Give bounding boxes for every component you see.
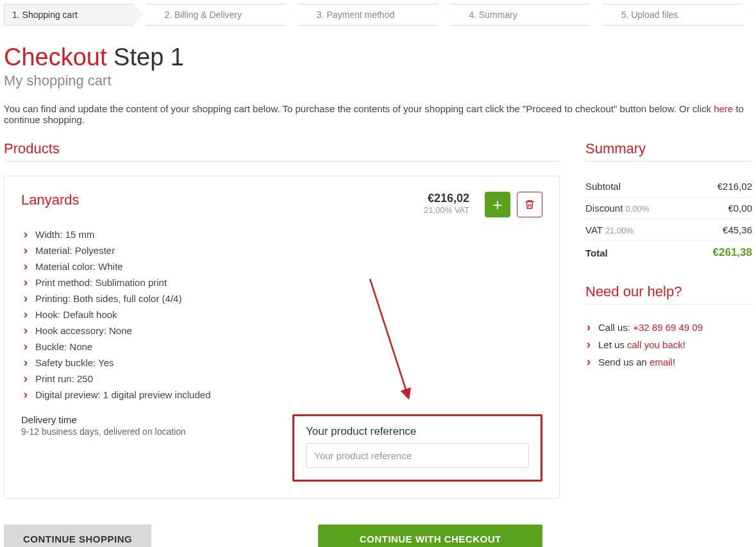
spec-item: Print method: Sublimation print xyxy=(21,274,542,290)
vat-note: 21,00% xyxy=(605,226,634,235)
continue-shopping-button[interactable]: CONTINUE SHOPPING xyxy=(4,525,151,547)
spec-item: Width: 15 mm xyxy=(21,226,542,242)
continue-checkout-button[interactable]: CONTINUE WITH CHECKOUT xyxy=(318,525,542,547)
product-vat-note: 21,00% VAT xyxy=(424,205,469,215)
discount-note: 0,00% xyxy=(626,204,650,214)
checkout-stepper: 1. Shopping cart 2. Billing & Delivery 3… xyxy=(4,4,752,26)
step-shopping-cart[interactable]: 1. Shopping cart xyxy=(4,4,143,26)
help-email-prefix: Send us an xyxy=(598,357,650,367)
help-callback-link[interactable]: call you back xyxy=(627,339,683,350)
products-heading: Products xyxy=(4,140,560,162)
step-billing-delivery[interactable]: 2. Billing & Delivery xyxy=(146,4,295,26)
summary-row-discount: Discount 0,00% €0,00 xyxy=(585,198,752,219)
help-email-suffix: ! xyxy=(673,357,675,367)
summary-heading: Summary xyxy=(585,140,752,162)
help-item-call: Call us: +32 89 69 49 09 xyxy=(585,319,752,336)
spec-item: Material: Polyester xyxy=(21,242,542,258)
continue-shopping-link[interactable]: here xyxy=(714,103,733,114)
help-heading: Need our help? xyxy=(585,283,752,305)
product-reference-label: Your product reference xyxy=(306,425,529,438)
spec-item: Printing: Both sides, full color (4/4) xyxy=(21,290,542,307)
help-email-link[interactable]: email xyxy=(650,357,673,367)
spec-item: Buckle: None xyxy=(21,339,542,355)
discount-label: Discount xyxy=(585,203,623,214)
intro-text: You can find and update the content of y… xyxy=(4,103,752,125)
add-quantity-button[interactable]: + xyxy=(485,192,510,217)
product-reference-block: Your product reference xyxy=(292,414,542,482)
page-title-accent: Checkout xyxy=(4,44,107,71)
spec-item: Hook accessory: None xyxy=(21,323,542,339)
spec-item: Safety buckle: Yes xyxy=(21,355,542,371)
summary-table: Subtotal €216,02 Discount 0,00% €0,00 VA… xyxy=(585,176,752,264)
product-card: Lanyards €216,02 21,00% VAT + xyxy=(4,176,560,499)
total-label: Total xyxy=(585,241,689,265)
page-title-rest: Step 1 xyxy=(107,44,184,71)
delivery-time-label: Delivery time xyxy=(21,414,280,425)
spec-item: Hook: Default hook xyxy=(21,307,542,323)
summary-row-vat: VAT 21,00% €45,36 xyxy=(585,219,752,241)
plus-icon: + xyxy=(492,196,502,213)
vat-label: VAT xyxy=(585,224,603,235)
spec-item: Print run: 250 xyxy=(21,371,542,387)
help-item-email: Send us an email! xyxy=(585,353,752,371)
step-payment-method[interactable]: 3. Payment method xyxy=(298,4,448,26)
help-list: Call us: +32 89 69 49 09 Let us call you… xyxy=(585,319,752,371)
delivery-time-value: 9-12 business days, delivered on locatio… xyxy=(21,426,280,437)
product-specs: Width: 15 mm Material: Polyester Materia… xyxy=(21,226,542,403)
total-value: €261,38 xyxy=(689,241,752,265)
vat-value: €45,36 xyxy=(689,219,752,241)
product-reference-input[interactable] xyxy=(306,443,529,468)
help-phone-link[interactable]: +32 89 69 49 09 xyxy=(633,322,703,333)
summary-row-total: Total €261,38 xyxy=(585,241,752,265)
page-subtitle: My shopping cart xyxy=(4,72,752,89)
trash-icon xyxy=(524,199,535,210)
summary-row-subtotal: Subtotal €216,02 xyxy=(585,176,752,198)
intro-before: You can find and update the content of y… xyxy=(4,103,714,114)
help-callback-suffix: ! xyxy=(683,339,685,350)
help-item-callback: Let us call you back! xyxy=(585,336,752,353)
remove-product-button[interactable] xyxy=(517,192,542,217)
discount-value: €0,00 xyxy=(689,198,752,219)
product-price: €216,02 xyxy=(424,192,469,205)
step-upload-files[interactable]: 5. Upload files xyxy=(603,4,752,26)
spec-item: Material color: White xyxy=(21,258,542,274)
subtotal-value: €216,02 xyxy=(689,176,752,198)
help-call-prefix: Call us: xyxy=(598,322,633,333)
page-title: Checkout Step 1 xyxy=(4,44,752,71)
subtotal-label: Subtotal xyxy=(585,176,689,198)
help-callback-prefix: Let us xyxy=(598,339,627,350)
product-name[interactable]: Lanyards xyxy=(21,192,80,208)
step-summary[interactable]: 4. Summary xyxy=(450,4,600,26)
spec-item: Digital preview: 1 digital preview inclu… xyxy=(21,387,542,403)
